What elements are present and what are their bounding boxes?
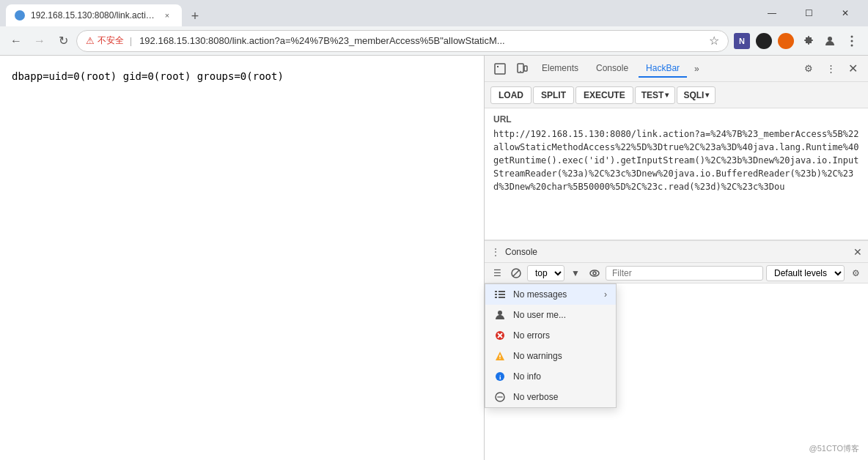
svg-rect-17	[499, 297, 505, 298]
nav-bar: ← → ↻ ⚠ 不安全 | 192.168.15.130:8080/link.a…	[0, 26, 868, 56]
inspect-icon	[494, 63, 506, 75]
console-sidebar-button[interactable]: ☰	[489, 265, 505, 281]
reload-button[interactable]: ↻	[53, 31, 73, 51]
console-block-button[interactable]	[508, 265, 524, 281]
verbose-svg	[495, 392, 505, 402]
console-menu-no-errors[interactable]: No errors	[485, 325, 616, 346]
extension-n-icon[interactable]: N	[732, 31, 752, 51]
menu-arrow-icon: ›	[604, 289, 607, 300]
url-label: URL	[493, 114, 859, 125]
console-menu-no-messages[interactable]: No messages ›	[485, 284, 616, 305]
hackbar-sqli-dropdown[interactable]: SQLI ▾	[677, 86, 716, 104]
tab-favicon	[15, 10, 25, 21]
profile-icon[interactable]	[820, 31, 840, 51]
inspect-element-button[interactable]	[490, 59, 510, 78]
hackbar-test-dropdown[interactable]: TEST ▾	[635, 86, 676, 104]
console-eye-button[interactable]	[586, 265, 603, 281]
warning-icon	[494, 350, 506, 362]
security-warning: ⚠ 不安全 |	[86, 34, 135, 47]
watermark: @51CTO博客	[809, 443, 859, 454]
svg-point-0	[828, 37, 832, 41]
more-options-icon[interactable]	[842, 31, 862, 51]
separator: |	[130, 36, 132, 46]
eye-icon	[589, 270, 600, 277]
url-text[interactable]: http://192.168.15.130:8080/link.action?a…	[493, 127, 859, 193]
console-close-button[interactable]: ✕	[853, 246, 862, 258]
warning-svg	[495, 351, 505, 361]
address-bar[interactable]: ⚠ 不安全 | 192.168.15.130:8080/link.action?…	[76, 30, 729, 52]
main-area: dbapp=uid=0(root) gid=0(root) groups=0(r…	[0, 56, 868, 460]
error-icon	[494, 330, 506, 341]
no-warnings-label: No warnings	[513, 351, 562, 361]
more-tabs-button[interactable]: »	[690, 61, 704, 77]
device-toggle-button[interactable]	[512, 59, 532, 78]
svg-rect-13	[499, 291, 505, 292]
tab-title: 192.168.15.130:8080/link.action?a=9	[31, 10, 155, 21]
console-toolbar: ☰ top ▼	[485, 263, 868, 283]
hackbar-execute-button[interactable]: EXECUTE	[575, 86, 633, 104]
chevron-down-icon: ▾	[705, 91, 709, 99]
extensions-puzzle-icon[interactable]	[798, 31, 818, 51]
console-header: ⋮ Console ✕	[485, 241, 868, 263]
hackbar-url-section: URL http://192.168.15.130:8080/link.acti…	[485, 108, 868, 240]
tab-area: 192.168.15.130:8080/link.action?a=9 × +	[6, 0, 755, 26]
devtools-more-button[interactable]: ⋮	[821, 59, 840, 78]
console-settings-gear-button[interactable]: ⚙	[847, 265, 864, 281]
console-menu-no-info[interactable]: i No info	[485, 366, 616, 387]
ext-fox-badge	[778, 33, 794, 49]
devtools-close-button[interactable]: ✕	[843, 59, 862, 78]
new-tab-button[interactable]: +	[185, 6, 205, 26]
device-icon	[516, 63, 528, 75]
svg-point-10	[590, 270, 599, 276]
console-menu-no-verbose[interactable]: No verbose	[485, 387, 616, 407]
no-messages-label: No messages	[513, 289, 567, 300]
extension-fox-icon[interactable]	[776, 31, 796, 51]
svg-rect-4	[495, 64, 505, 74]
minimize-button[interactable]: —	[755, 0, 789, 26]
console-context-select[interactable]: top	[527, 265, 564, 281]
console-dropdown-button[interactable]: ▼	[567, 265, 584, 281]
back-button[interactable]: ←	[6, 31, 26, 51]
hackbar-split-button[interactable]: SPLIT	[533, 86, 574, 104]
hackbar-load-button[interactable]: LOAD	[490, 86, 532, 104]
block-icon	[511, 268, 521, 278]
tab-hackbar[interactable]: HackBar	[639, 60, 687, 78]
ext-n-badge: N	[734, 33, 750, 49]
forward-button[interactable]: →	[29, 31, 50, 51]
title-bar: 192.168.15.130:8080/link.action?a=9 × + …	[0, 0, 868, 26]
console-title: Console	[505, 247, 537, 257]
svg-point-28	[499, 396, 501, 398]
svg-point-3	[851, 44, 853, 46]
tab-close-button[interactable]: ×	[161, 10, 173, 21]
svg-point-7	[520, 70, 521, 72]
svg-point-1	[851, 35, 853, 37]
page-content: dbapp=uid=0(root) gid=0(root) groups=0(r…	[0, 56, 484, 460]
svg-rect-14	[495, 294, 497, 295]
maximize-button[interactable]: ☐	[792, 0, 825, 26]
bookmark-star-icon[interactable]: ☆	[709, 34, 719, 48]
no-verbose-label: No verbose	[513, 392, 558, 402]
error-svg	[495, 330, 505, 341]
close-window-button[interactable]: ✕	[828, 0, 862, 26]
ext-circle-badge	[756, 33, 772, 49]
extension-circle-icon[interactable]	[754, 31, 774, 51]
tab-console[interactable]: Console	[589, 60, 636, 78]
console-levels-select[interactable]: Default levels	[766, 265, 845, 281]
console-menu-no-user-messages[interactable]: No user me...	[485, 305, 616, 325]
svg-rect-16	[495, 297, 497, 298]
profile-svg	[824, 35, 836, 47]
nav-icons: N	[732, 31, 862, 51]
browser-tab[interactable]: 192.168.15.130:8080/link.action?a=9 ×	[6, 4, 182, 26]
verbose-icon	[494, 391, 506, 403]
svg-point-27	[498, 396, 499, 398]
tab-elements[interactable]: Elements	[534, 60, 586, 78]
list-svg	[495, 290, 505, 299]
devtools-panel: Elements Console HackBar » ⚙ ⋮ ✕ LOAD SP…	[484, 56, 868, 460]
devtools-settings-button[interactable]: ⚙	[799, 59, 818, 78]
list-icon	[494, 289, 506, 300]
console-menu-no-warnings[interactable]: No warnings	[485, 346, 616, 366]
chevron-down-icon: ▾	[665, 91, 669, 99]
console-filter-input[interactable]	[606, 266, 763, 281]
console-dropdown-menu: No messages › No user me...	[485, 283, 617, 408]
console-drag-handle[interactable]: ⋮	[490, 246, 501, 258]
